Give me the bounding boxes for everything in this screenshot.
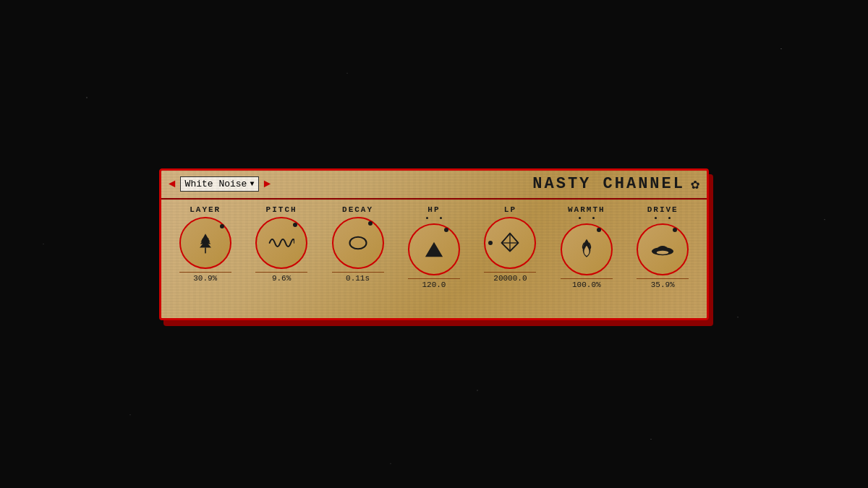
decay-knob[interactable] xyxy=(332,217,384,269)
oval-icon xyxy=(348,233,368,253)
knob-group-lp: LP 200 xyxy=(477,205,542,283)
hp-knob[interactable] xyxy=(408,223,460,275)
layer-knob[interactable] xyxy=(179,217,231,269)
svg-line-13 xyxy=(502,243,510,251)
warmth-knob[interactable] xyxy=(561,223,613,275)
svg-point-6 xyxy=(349,236,366,248)
warmth-dot-right xyxy=(592,217,595,219)
preset-navigation: ◄ White Noise ▼ ► xyxy=(169,176,271,192)
knob-group-pitch: PITCH 9.6% xyxy=(249,205,314,283)
svg-marker-7 xyxy=(425,241,443,257)
drive-dot-left xyxy=(655,217,657,219)
warmth-value: 100.0% xyxy=(561,278,613,289)
svg-rect-0 xyxy=(205,247,206,253)
brand-title: NASTY CHANNEL xyxy=(532,175,685,193)
preset-name: White Noise xyxy=(185,179,247,189)
diamond-icon xyxy=(499,232,521,254)
pitch-label: PITCH xyxy=(266,205,297,214)
layer-label: LAYER xyxy=(190,205,221,214)
drive-label: DRIVE xyxy=(647,205,678,214)
hp-dot-left xyxy=(426,217,428,219)
triangle-icon xyxy=(424,239,444,260)
decay-value: 0.11s xyxy=(332,272,384,283)
knob-group-hp: HP 120.0 xyxy=(401,205,467,289)
warmth-label: WARMTH xyxy=(568,205,605,214)
next-preset-button[interactable]: ► xyxy=(263,178,271,191)
hp-label: HP xyxy=(427,205,440,214)
layer-value: 30.9% xyxy=(179,272,231,283)
pitch-value: 9.6% xyxy=(255,272,307,283)
brand-area: NASTY CHANNEL ✿ xyxy=(532,175,699,193)
svg-line-14 xyxy=(510,243,518,251)
pitch-knob[interactable] xyxy=(255,217,307,269)
ufo-icon xyxy=(650,242,676,257)
warmth-dot-left xyxy=(579,217,581,219)
drive-knob[interactable] xyxy=(637,223,689,275)
knob-group-layer: LAYER xyxy=(173,205,238,283)
preset-dropdown[interactable]: White Noise ▼ xyxy=(180,176,260,192)
wave-icon xyxy=(268,234,294,252)
svg-line-12 xyxy=(510,233,518,242)
lp-knob[interactable] xyxy=(484,217,536,269)
flame-icon xyxy=(576,238,597,261)
dropdown-arrow-icon: ▼ xyxy=(250,180,254,188)
drive-value: 35.9% xyxy=(637,278,689,289)
prev-preset-button[interactable]: ◄ xyxy=(169,178,176,191)
hp-value: 120.0 xyxy=(408,278,460,289)
knob-group-warmth: WARMTH xyxy=(554,205,619,289)
knob-group-drive: DRIVE xyxy=(630,205,695,289)
lp-label: LP xyxy=(504,205,516,214)
tree-icon xyxy=(194,231,217,254)
plugin-body: ◄ White Noise ▼ ► NASTY CHANNEL ✿ LAYER xyxy=(159,168,709,320)
svg-line-11 xyxy=(502,233,510,242)
plugin-container: ◄ White Noise ▼ ► NASTY CHANNEL ✿ LAYER xyxy=(159,168,709,320)
knob-group-decay: DECAY 0.11s xyxy=(326,205,391,283)
drive-dot-right xyxy=(668,217,671,219)
decay-label: DECAY xyxy=(342,205,373,214)
hp-dot-right xyxy=(440,217,442,219)
svg-point-17 xyxy=(657,250,669,254)
controls-area: LAYER xyxy=(161,200,707,294)
lp-value: 20000.0 xyxy=(484,272,536,283)
settings-icon[interactable]: ✿ xyxy=(691,175,699,193)
plugin-header: ◄ White Noise ▼ ► NASTY CHANNEL ✿ xyxy=(161,171,707,200)
